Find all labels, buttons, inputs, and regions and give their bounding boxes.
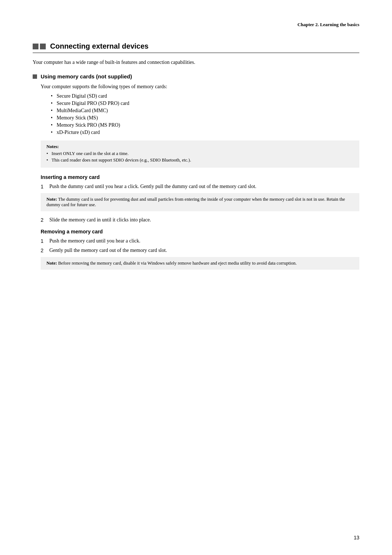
note-item: Insert ONLY one card in the slot at a ti… (46, 151, 354, 156)
remove-step-1: 1 Push the memory card until you hear a … (41, 238, 359, 244)
list-item: MultiMediaCard (MMC) (51, 108, 359, 114)
notes-title: Notes: (46, 144, 354, 150)
page: Chapter 2. Learning the basics Connectin… (0, 0, 392, 555)
remove-step-1-text: Push the memory card until you hear a cl… (49, 238, 359, 244)
section-icon-2 (40, 44, 46, 49)
notes-box: Notes: Insert ONLY one card in the slot … (41, 140, 359, 168)
section-icon-1 (33, 44, 38, 49)
insert-step-1-text: Push the dummy card until you hear a cli… (49, 184, 359, 189)
notes-list: Insert ONLY one card in the slot at a ti… (46, 151, 354, 163)
remove-step-2-text: Gently pull the memory card out of the m… (49, 248, 359, 253)
remove-note-label: Note: (46, 261, 57, 266)
list-item: xD-Picture (xD) card (51, 130, 359, 135)
insert-note-body: The dummy card is used for preventing du… (46, 197, 345, 207)
subsection-title: Using memory cards (not supplied) (41, 73, 132, 79)
subsection-header: Using memory cards (not supplied) (33, 73, 359, 79)
inserting-title: Inserting a memory card (41, 174, 359, 180)
removing-title: Removing a memory card (41, 229, 359, 234)
chapter-header: Chapter 2. Learning the basics (33, 22, 359, 28)
insert-note-label: Note: (46, 197, 57, 202)
remove-step-2: 2 Gently pull the memory card out of the… (41, 248, 359, 253)
remove-note-body: Before removing the memory card, disable… (58, 261, 297, 266)
list-item: Memory Stick (MS) (51, 115, 359, 121)
section-intro: Your computer has a wide range of built-… (33, 60, 359, 65)
list-item: Secure Digital (SD) card (51, 93, 359, 99)
page-number: 13 (354, 535, 359, 540)
remove-note-box: Note: Before removing the memory card, d… (41, 257, 359, 270)
insert-step-2-text: Slide the memory card in until it clicks… (49, 217, 359, 223)
insert-step-1: 1 Push the dummy card until you hear a c… (41, 184, 359, 189)
chapter-title: Chapter 2. Learning the basics (297, 22, 359, 27)
section-title-container: Connecting external devices (33, 42, 359, 53)
subsection-icon (33, 74, 37, 79)
insert-note-box: Note: The dummy card is used for prevent… (41, 193, 359, 211)
section-icons (33, 44, 46, 49)
section-title: Connecting external devices (50, 42, 148, 50)
subsection-memory-cards: Using memory cards (not supplied) Your c… (33, 73, 359, 168)
note-item: This card reader does not support SDIO d… (46, 158, 354, 163)
insert-step-2: 2 Slide the memory card in until it clic… (41, 217, 359, 223)
memory-card-list: Secure Digital (SD) card Secure Digital … (51, 93, 359, 135)
list-item: Memory Stick PRO (MS PRO) (51, 122, 359, 128)
inserting-section: Inserting a memory card 1 Push the dummy… (33, 174, 359, 223)
list-item: Secure Digital PRO (SD PRO) card (51, 101, 359, 106)
removing-section: Removing a memory card 1 Push the memory… (33, 229, 359, 270)
subsection-intro: Your computer supports the following typ… (41, 84, 359, 90)
